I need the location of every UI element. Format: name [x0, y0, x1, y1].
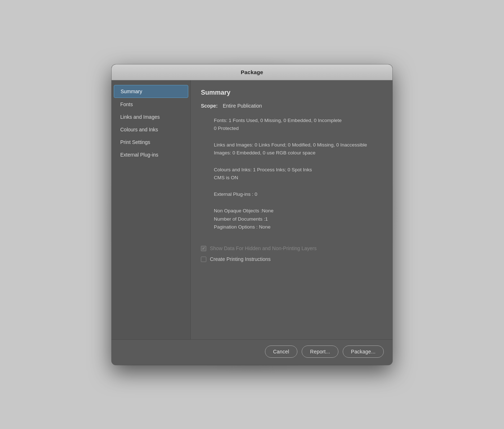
- scope-value: Entire Publication: [223, 103, 262, 109]
- links-line1: Links and Images: 0 Links Found; 0 Modif…: [214, 141, 382, 149]
- create-printing-row: Create Printing Instructions: [201, 256, 382, 262]
- show-data-checkbox[interactable]: [201, 246, 206, 251]
- dialog-titlebar: Package: [112, 64, 392, 80]
- sidebar-item-links-and-images[interactable]: Links and Images: [114, 111, 188, 123]
- sidebar-item-summary[interactable]: Summary: [114, 85, 188, 98]
- package-dialog: Package Summary Fonts Links and Images C…: [112, 64, 392, 365]
- opaque-line2: Number of Documents :1: [214, 215, 382, 223]
- sidebar: Summary Fonts Links and Images Colours a…: [112, 80, 191, 339]
- colours-line2: CMS is ON: [214, 174, 382, 182]
- show-data-label: Show Data For Hidden and Non-Printing La…: [210, 245, 317, 251]
- info-block-opaque: Non Opaque Objects :None Number of Docum…: [214, 207, 382, 231]
- fonts-line2: 0 Protected: [214, 125, 382, 132]
- package-button[interactable]: Package...: [343, 346, 384, 358]
- scope-row: Scope: Entire Publication: [201, 103, 382, 109]
- colours-line1: Colours and Inks: 1 Process Inks; 0 Spot…: [214, 166, 382, 174]
- opaque-line1: Non Opaque Objects :None: [214, 207, 382, 215]
- create-printing-checkbox[interactable]: [201, 257, 206, 262]
- options-section: Show Data For Hidden and Non-Printing La…: [201, 240, 382, 262]
- sidebar-item-external-plug-ins[interactable]: External Plug-ins: [114, 149, 188, 161]
- show-data-row: Show Data For Hidden and Non-Printing La…: [201, 245, 382, 251]
- fonts-line1: Fonts: 1 Fonts Used, 0 Missing, 0 Embedd…: [214, 117, 382, 125]
- sidebar-item-print-settings[interactable]: Print Settings: [114, 136, 188, 148]
- info-block-plugins: External Plug-ins : 0: [214, 190, 382, 198]
- section-title: Summary: [201, 89, 382, 96]
- scope-label: Scope:: [201, 103, 218, 109]
- sidebar-item-colours-and-inks[interactable]: Colours and Inks: [114, 123, 188, 136]
- cancel-button[interactable]: Cancel: [265, 346, 298, 358]
- info-block-links: Links and Images: 0 Links Found; 0 Modif…: [214, 141, 382, 157]
- info-block-colours: Colours and Inks: 1 Process Inks; 0 Spot…: [214, 166, 382, 182]
- links-line2: Images: 0 Embedded, 0 use RGB colour spa…: [214, 149, 382, 157]
- opaque-line3: Pagination Options : None: [214, 223, 382, 231]
- plugins-line1: External Plug-ins : 0: [214, 190, 382, 198]
- dialog-footer: Cancel Report... Package...: [112, 339, 392, 365]
- create-printing-label[interactable]: Create Printing Instructions: [210, 256, 271, 262]
- dialog-backdrop: Package Summary Fonts Links and Images C…: [0, 64, 504, 365]
- sidebar-item-fonts[interactable]: Fonts: [114, 98, 188, 110]
- dialog-body: Summary Fonts Links and Images Colours a…: [112, 80, 392, 339]
- dialog-title: Package: [241, 69, 263, 75]
- main-content: Summary Scope: Entire Publication Fonts:…: [191, 80, 392, 339]
- report-button[interactable]: Report...: [302, 346, 338, 358]
- info-block-fonts: Fonts: 1 Fonts Used, 0 Missing, 0 Embedd…: [214, 117, 382, 133]
